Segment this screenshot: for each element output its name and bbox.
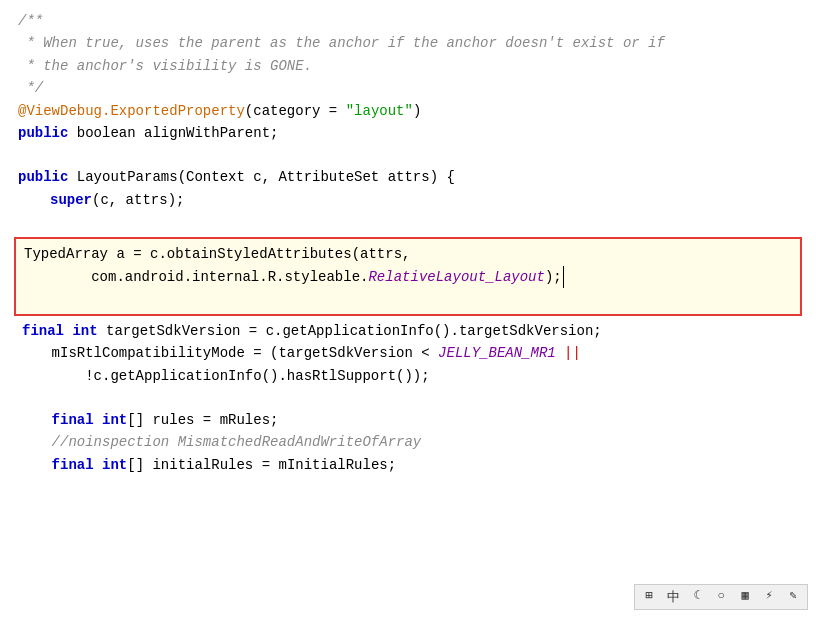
code-line-18: final int[] rules = mRules;	[0, 409, 816, 431]
toolbar-edit-icon[interactable]: ✎	[783, 587, 803, 607]
code-text: );	[545, 266, 562, 288]
toolbar-chinese-icon[interactable]: 中	[663, 587, 683, 607]
code-text: targetSdkVersion = c.getApplicationInfo(…	[98, 320, 602, 342]
toolbar-circle-icon[interactable]: ○	[711, 587, 731, 607]
code-line-2: * When true, uses the parent as the anch…	[0, 32, 816, 54]
comment-text: * When true, uses the parent as the anch…	[18, 32, 665, 54]
comment-text: //noinspection MismatchedReadAndWriteOfA…	[18, 431, 421, 453]
code-line-15: mIsRtlCompatibilityMode = (targetSdkVers…	[0, 342, 816, 364]
code-text	[18, 454, 52, 476]
comment-text: * the anchor's visibility is GONE.	[18, 55, 312, 77]
comment-text: */	[18, 77, 43, 99]
code-text: (category =	[245, 100, 346, 122]
code-text: TypedArray a = c.obtainStyledAttributes(…	[24, 243, 410, 265]
code-line-16: !c.getApplicationInfo().hasRtlSupport())…	[0, 365, 816, 387]
keyword: final	[52, 409, 102, 431]
empty-line-3	[20, 288, 796, 310]
code-line-4: */	[0, 77, 816, 99]
toolbar-grid-icon[interactable]: ⊞	[639, 587, 659, 607]
editor-toolbar: ⊞ 中 ☾ ○ ▦ ⚡ ✎	[634, 584, 808, 610]
annotation: @ViewDebug.ExportedProperty	[18, 100, 245, 122]
code-text: boolean alignWithParent;	[77, 122, 279, 144]
keyword: super	[50, 189, 92, 211]
code-text	[556, 342, 564, 364]
italic-ref: RelativeLayout_Layout	[368, 266, 544, 288]
code-text: com.android.internal.R.styleable.	[24, 266, 368, 288]
code-line-19: //noinspection MismatchedReadAndWriteOfA…	[0, 431, 816, 453]
keyword: final	[22, 320, 72, 342]
code-text: [] rules = mRules;	[127, 409, 278, 431]
code-text	[18, 409, 52, 431]
code-text: LayoutParams(Context c, AttributeSet att…	[77, 166, 455, 188]
toolbar-lightning-icon[interactable]: ⚡	[759, 587, 779, 607]
code-line-8: public LayoutParams(Context c, Attribute…	[0, 166, 816, 188]
comment-text: /**	[18, 10, 43, 32]
string-value: "layout"	[346, 100, 413, 122]
keyword: final	[52, 454, 102, 476]
keyword-int: int	[102, 454, 127, 476]
code-line-20: final int[] initialRules = mInitialRules…	[0, 454, 816, 476]
operator-or: ||	[564, 342, 581, 364]
code-text: )	[413, 100, 421, 122]
empty-line-2	[0, 211, 816, 233]
keyword: public	[18, 122, 77, 144]
code-editor: /** * When true, uses the parent as the …	[0, 0, 816, 618]
code-line-6: public boolean alignWithParent;	[0, 122, 816, 144]
code-line-3: * the anchor's visibility is GONE.	[0, 55, 816, 77]
code-text: mIsRtlCompatibilityMode = (targetSdkVers…	[18, 342, 438, 364]
cursor	[563, 266, 572, 288]
highlighted-line-1: TypedArray a = c.obtainStyledAttributes(…	[20, 243, 796, 265]
code-text: [] initialRules = mInitialRules;	[127, 454, 396, 476]
highlighted-line-2: com.android.internal.R.styleable.Relativ…	[20, 266, 796, 288]
empty-line	[0, 144, 816, 166]
code-text: (c, attrs);	[92, 189, 184, 211]
code-line-5: @ViewDebug.ExportedProperty(category = "…	[0, 100, 816, 122]
code-line-1: /**	[0, 10, 816, 32]
keyword: public	[18, 166, 77, 188]
toolbar-moon-icon[interactable]: ☾	[687, 587, 707, 607]
highlighted-code-block: TypedArray a = c.obtainStyledAttributes(…	[14, 237, 802, 316]
code-line-9: super(c, attrs);	[0, 189, 816, 211]
empty-line-4	[0, 387, 816, 409]
toolbar-grid2-icon[interactable]: ▦	[735, 587, 755, 607]
code-line-14: final int targetSdkVersion = c.getApplic…	[0, 320, 816, 342]
keyword-int: int	[102, 409, 127, 431]
italic-ref: JELLY_BEAN_MR1	[438, 342, 556, 364]
keyword-int: int	[72, 320, 97, 342]
code-text: !c.getApplicationInfo().hasRtlSupport())…	[18, 365, 430, 387]
